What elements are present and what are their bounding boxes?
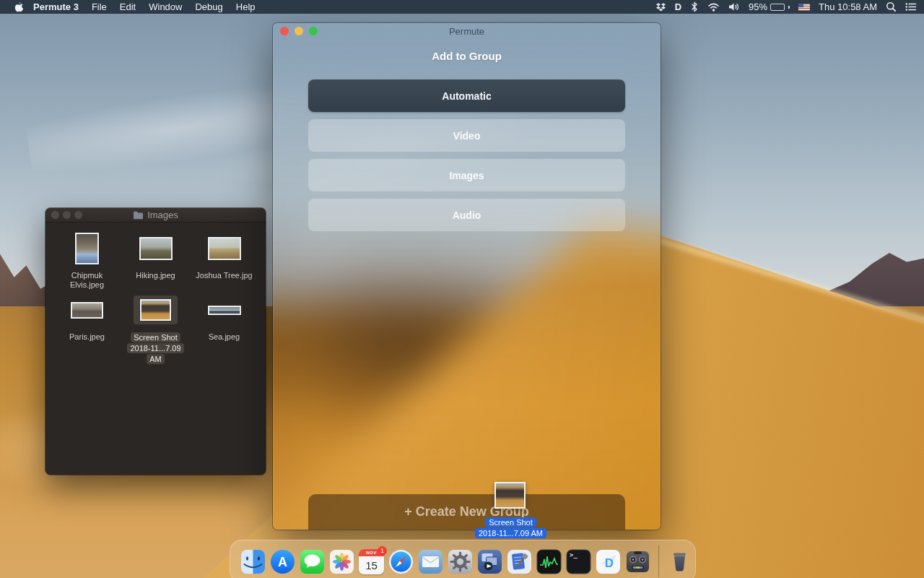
finder-titlebar[interactable]: Images [45,208,266,223]
battery-percent: 95% [749,1,767,12]
dock-item-quicktime[interactable] [477,549,502,574]
calendar-day: 15 [359,556,384,574]
group-button-video[interactable]: Video [308,119,625,152]
svg-text:A: A [278,555,287,569]
downie-status-icon[interactable]: D [675,1,681,12]
battery-icon [770,4,785,11]
dock-item-terminal[interactable]: >_ [566,549,591,574]
file-chipmuk-elvis[interactable]: Chipmuk Elvis.jpeg [53,228,121,290]
svg-text:D: D [605,556,614,569]
file-thumbnail[interactable] [139,237,173,260]
group-button-audio[interactable]: Audio [308,199,625,231]
spotlight-icon[interactable] [886,1,897,12]
finder-file-grid: Chipmuk Elvis.jpeg Hiking.jpeg Joshua Tr… [45,223,266,365]
permute-window-controls[interactable] [280,27,318,35]
dock-item-activity-monitor[interactable] [536,549,562,574]
dock-item-system-preferences[interactable] [448,549,473,574]
minimize-button[interactable] [63,211,71,219]
permute-window: Permute Add to Group Automatic Video Ima… [273,23,661,530]
dock-item-app-store[interactable]: A [270,549,295,574]
add-to-group-heading: Add to Group [273,50,661,62]
menu-bar: Permute 3 File Edit Window Debug Help D … [0,0,924,14]
minimize-button[interactable] [295,27,303,35]
file-name: Chipmuk Elvis.jpeg [56,271,119,290]
file-name: Paris.jpeg [69,332,105,351]
file-thumbnail[interactable] [208,237,241,260]
menu-edit[interactable]: Edit [120,1,136,12]
terminal-prompt-glyph: >_ [570,551,578,558]
dock: A NOV 15 1 [230,540,696,578]
finder-window-title: Images [147,210,178,220]
file-hiking[interactable]: Hiking.jpeg [121,228,190,290]
folder-icon [133,211,144,220]
close-button[interactable] [51,211,59,219]
file-paris[interactable]: Paris.jpeg [53,290,121,365]
group-button-automatic[interactable]: Automatic [308,79,625,112]
dock-item-permute[interactable] [625,549,650,574]
bluetooth-icon[interactable] [690,1,699,12]
file-thumbnail[interactable] [140,299,171,321]
file-name: Screen Shot 2018-11...7.09 AM [127,332,183,364]
dock-item-calendar[interactable]: NOV 15 1 [359,549,384,574]
file-name: Sea.jpeg [209,332,240,351]
dropbox-icon[interactable] [655,2,666,12]
file-sea[interactable]: Sea.jpeg [190,290,258,365]
dock-item-trash[interactable] [667,549,692,574]
menu-debug[interactable]: Debug [195,1,222,12]
file-thumbnail[interactable] [208,306,241,315]
apple-menu-icon[interactable] [13,1,23,13]
file-joshua-tree[interactable]: Joshua Tree.jpg [190,228,258,290]
permute-window-title: Permute [449,26,484,37]
file-screen-shot-selected[interactable]: Screen Shot 2018-11...7.09 AM [121,290,190,365]
dock-item-xcode[interactable] [507,549,532,574]
close-button[interactable] [280,27,289,35]
input-source-flag-icon[interactable] [798,4,810,11]
menubar-clock[interactable]: Thu 10:58 AM [819,1,877,12]
menu-help[interactable]: Help [236,1,256,12]
zoom-button[interactable] [309,27,318,35]
file-thumbnail[interactable] [71,302,103,319]
menubar-app-name[interactable]: Permute 3 [33,1,79,12]
wifi-icon[interactable] [707,2,720,12]
menu-file[interactable]: File [92,1,107,12]
battery-status[interactable]: 95% [749,1,790,12]
dock-item-messages[interactable] [300,549,325,574]
dock-item-safari[interactable] [388,549,414,574]
finder-window: Images Chipmuk Elvis.jpeg Hiking.jpeg Jo… [45,208,266,475]
zoom-button[interactable] [74,211,82,219]
desktop: Permute 3 File Edit Window Debug Help D … [0,0,924,578]
file-name: Hiking.jpeg [136,271,175,290]
finder-window-controls[interactable] [51,211,82,219]
dock-item-photos[interactable] [329,549,354,574]
create-new-group-button[interactable]: + Create New Group [308,494,625,530]
dock-item-downie[interactable]: D [596,549,621,574]
notification-badge: 1 [378,546,387,556]
file-thumbnail[interactable] [75,233,99,264]
dock-item-finder[interactable] [240,549,266,574]
volume-icon[interactable] [728,2,740,12]
group-button-list: Automatic Video Images Audio [273,79,661,231]
dock-separator [658,545,659,577]
file-name: Joshua Tree.jpg [196,271,252,290]
menu-window[interactable]: Window [149,1,182,12]
dock-item-mail[interactable] [418,549,443,574]
notification-center-icon[interactable] [905,2,917,12]
group-button-images[interactable]: Images [308,159,625,191]
permute-titlebar[interactable]: Permute [273,23,661,39]
